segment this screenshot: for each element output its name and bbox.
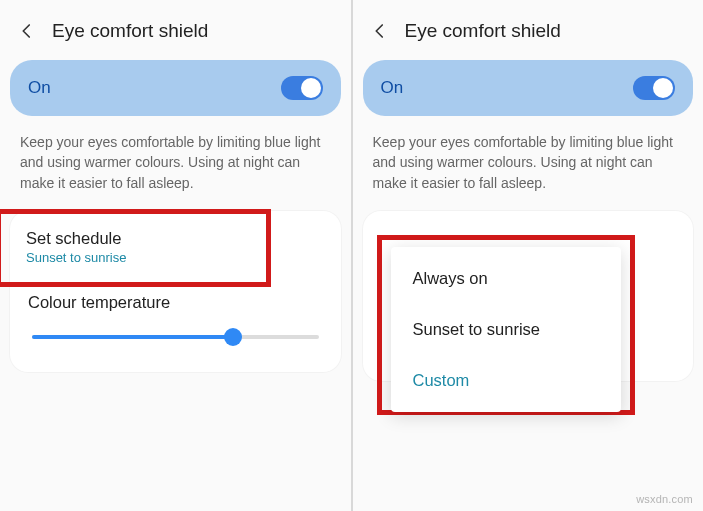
popup-item-sunset-sunrise[interactable]: Sunset to sunrise — [391, 304, 621, 355]
set-schedule-row[interactable]: Set schedule Sunset to sunrise — [10, 215, 341, 279]
header: Eye comfort shield — [353, 0, 704, 60]
colour-temperature-slider[interactable] — [32, 322, 319, 352]
popup-item-always-on[interactable]: Always on — [391, 253, 621, 304]
description-text: Keep your eyes comfortable by limiting b… — [353, 116, 704, 211]
slider-thumb[interactable] — [224, 328, 242, 346]
slider-fill — [32, 335, 233, 339]
colour-temperature-label: Colour temperature — [10, 279, 341, 318]
watermark: wsxdn.com — [636, 493, 693, 505]
page-title: Eye comfort shield — [405, 20, 561, 42]
toggle-label: On — [381, 78, 404, 98]
panel-right: Eye comfort shield On Keep your eyes com… — [353, 0, 704, 511]
set-schedule-title: Set schedule — [26, 229, 325, 248]
schedule-popup: Always on Sunset to sunrise Custom — [391, 247, 621, 412]
feature-toggle-row[interactable]: On — [10, 60, 341, 116]
settings-card: Set schedule Sunset to sunrise Colour te… — [10, 211, 341, 372]
description-text: Keep your eyes comfortable by limiting b… — [0, 116, 351, 211]
toggle-switch[interactable] — [633, 76, 675, 100]
feature-toggle-row[interactable]: On — [363, 60, 694, 116]
set-schedule-subtitle: Sunset to sunrise — [26, 250, 325, 265]
panel-left: Eye comfort shield On Keep your eyes com… — [0, 0, 353, 511]
page-title: Eye comfort shield — [52, 20, 208, 42]
back-icon[interactable] — [18, 22, 36, 40]
back-icon[interactable] — [371, 22, 389, 40]
toggle-label: On — [28, 78, 51, 98]
toggle-switch[interactable] — [281, 76, 323, 100]
popup-item-custom[interactable]: Custom — [391, 355, 621, 406]
header: Eye comfort shield — [0, 0, 351, 60]
